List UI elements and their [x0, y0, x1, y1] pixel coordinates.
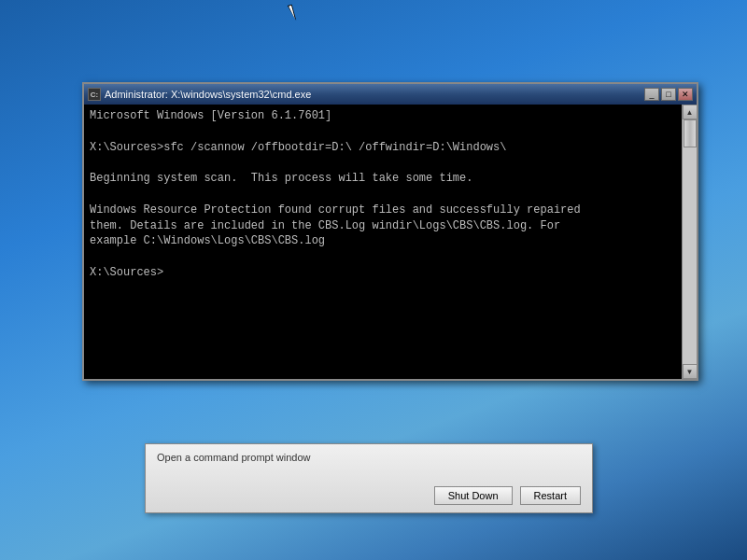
cmd-title: Administrator: X:\windows\system32\cmd.e… [105, 89, 644, 100]
cmd-close-button[interactable]: ✕ [678, 88, 693, 101]
cmd-minimize-button[interactable]: _ [644, 88, 659, 101]
shutdown-button[interactable]: Shut Down [434, 486, 513, 505]
recovery-buttons: Shut Down Restart [157, 486, 581, 505]
scrollbar-up-arrow[interactable]: ▲ [683, 105, 698, 119]
recovery-text: Open a command prompt window [157, 452, 581, 463]
scrollbar-down-arrow[interactable]: ▼ [683, 364, 698, 379]
scrollbar-thumb[interactable] [684, 119, 697, 147]
cmd-window-controls: _ □ ✕ [644, 88, 693, 101]
mouse-cursor [289, 5, 301, 23]
desktop: C: Administrator: X:\windows\system32\cm… [0, 0, 747, 560]
cmd-icon: C: [88, 88, 101, 101]
cmd-output[interactable]: Microsoft Windows [Version 6.1.7601] X:\… [84, 105, 682, 379]
scrollbar-track[interactable] [683, 119, 697, 364]
cmd-window: C: Administrator: X:\windows\system32\cm… [82, 82, 698, 381]
recovery-dialog: Open a command prompt window Shut Down R… [145, 443, 593, 513]
cmd-maximize-button[interactable]: □ [661, 88, 676, 101]
restart-button[interactable]: Restart [520, 486, 581, 505]
cmd-titlebar: C: Administrator: X:\windows\system32\cm… [84, 84, 697, 105]
cmd-scrollbar[interactable]: ▲ ▼ [682, 105, 697, 379]
cmd-body: Microsoft Windows [Version 6.1.7601] X:\… [84, 105, 697, 379]
